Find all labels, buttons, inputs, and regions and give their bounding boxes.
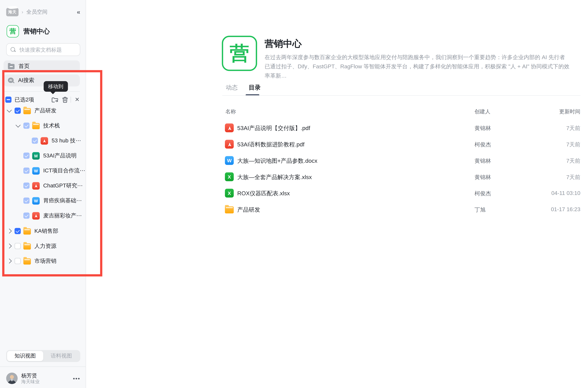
tree-item-folder[interactable]: KA销售部 xyxy=(0,223,86,239)
search-box[interactable] xyxy=(6,43,80,56)
sidebar-item-ai-search[interactable]: AI AI搜索 xyxy=(3,74,80,86)
column-header-creator[interactable]: 创建人 xyxy=(474,108,490,116)
creator: 丁旭 xyxy=(474,206,486,214)
table-row[interactable]: 产品研发 丁旭 01-17 16:23 xyxy=(222,201,580,218)
view-toggle: 知识视图 语料视图 xyxy=(6,350,80,362)
folder-icon xyxy=(24,228,31,234)
tree-item-folder[interactable]: 产品研发 xyxy=(0,103,86,118)
page-title: 营销中心 xyxy=(265,38,302,50)
ai-search-label: AI搜索 xyxy=(18,77,34,84)
tab-activity[interactable]: 动态 xyxy=(226,84,238,92)
checkbox-unchecked[interactable] xyxy=(15,243,21,249)
table-row[interactable]: 53AI语料数据进阶教程.pdf 柯俊杰 7天前 xyxy=(222,136,580,153)
pdf-file-icon xyxy=(32,212,40,219)
selection-count: 已选2项 xyxy=(15,96,34,104)
column-header-name[interactable]: 名称 xyxy=(225,108,236,116)
checkbox-checked-light[interactable] xyxy=(24,183,30,189)
file-name[interactable]: 53AI语料数据进阶教程.pdf xyxy=(237,141,305,149)
tree-item-folder[interactable]: 技术栈 xyxy=(0,118,86,133)
updated-time: 7天前 xyxy=(527,125,580,132)
search-input[interactable] xyxy=(19,46,76,53)
file-name[interactable]: ROX仪器匹配表.xlsx xyxy=(237,190,290,198)
delete-icon[interactable] xyxy=(61,96,69,104)
space-icon: 营 xyxy=(222,36,257,71)
chevron-right-icon[interactable] xyxy=(7,259,12,264)
folder-icon xyxy=(24,243,31,249)
collapse-sidebar-icon[interactable]: « xyxy=(77,8,80,15)
excel-file-icon: X xyxy=(225,172,234,181)
file-name[interactable]: 53AI产品说明【交付版】.pdf xyxy=(237,124,310,132)
more-icon[interactable]: ••• xyxy=(73,375,80,382)
avatar[interactable] xyxy=(6,373,18,384)
tree-item-file[interactable]: 53 hub 技⋯ xyxy=(0,133,86,148)
column-header-updated[interactable]: 更新时间 xyxy=(527,108,580,116)
divider xyxy=(0,366,86,367)
tree-item-file[interactable]: W ICT项目合作流⋯ xyxy=(0,163,86,178)
tree-label: 人力资源 xyxy=(34,242,57,250)
breadcrumb: 海天 › 全员空间 « xyxy=(6,7,80,17)
tree-item-file[interactable]: M 53AI产品说明 xyxy=(0,148,86,163)
haitian-logo[interactable]: 海天 xyxy=(6,8,19,16)
folder-icon xyxy=(32,123,40,129)
checkbox-checked-light[interactable] xyxy=(32,138,38,144)
checkbox-checked-light[interactable] xyxy=(24,197,30,204)
tree-label: 产品研发 xyxy=(34,107,57,114)
excel-file-icon: X xyxy=(225,189,234,197)
chevron-down-icon[interactable] xyxy=(16,122,21,127)
word-file-icon: W xyxy=(225,156,234,165)
tree-label: 麦吉丽彩妆产⋯ xyxy=(43,212,82,219)
tree-item-folder[interactable]: 人力资源 xyxy=(0,239,86,254)
tab-catalog[interactable]: 目录 xyxy=(249,84,261,92)
tree-label: 53AI产品说明 xyxy=(43,152,77,159)
folder-name[interactable]: 产品研发 xyxy=(237,206,260,214)
tree-label: 市场营销 xyxy=(34,257,57,265)
tree-item-file[interactable]: 麦吉丽彩妆产⋯ xyxy=(0,208,86,223)
search-icon xyxy=(11,47,16,52)
chevron-right-icon[interactable] xyxy=(7,243,12,248)
sidebar-item-home[interactable]: 首页 xyxy=(3,60,80,72)
table-row[interactable]: 53AI产品说明【交付版】.pdf 黄锦林 7天前 xyxy=(222,120,580,136)
updated-time: 04-11 03:10 xyxy=(527,190,580,196)
table-row[interactable]: X ROX仪器匹配表.xlsx 柯俊杰 04-11 03:10 xyxy=(222,185,580,201)
home-folder-icon xyxy=(8,64,15,69)
file-name[interactable]: 大族—全套产品解决方案.xlsx xyxy=(237,173,312,181)
checkbox-unchecked[interactable] xyxy=(15,258,21,264)
pdf-file-icon xyxy=(225,140,234,149)
workspace-header: 营 营销中心 xyxy=(7,25,50,38)
tooltip-label: 移动到 xyxy=(48,83,63,90)
updated-time: 01-17 16:23 xyxy=(527,206,580,213)
creator: 黄锦林 xyxy=(474,157,491,165)
chevron-down-icon[interactable] xyxy=(7,108,12,113)
file-name[interactable]: 大族—知识地图+产品参数.docx xyxy=(237,157,318,165)
tree-item-file[interactable]: W 胃癌疾病基础⋯ xyxy=(0,193,86,208)
checkbox-checked-light[interactable] xyxy=(24,168,30,174)
folder-icon xyxy=(24,258,31,265)
updated-time: 7天前 xyxy=(527,174,580,181)
tree-item-folder[interactable]: 市场营销 xyxy=(0,253,86,268)
chevron-right-icon[interactable] xyxy=(7,229,12,234)
markdown-file-icon: M xyxy=(32,152,40,159)
tree-label: ChatGPT研究⋯ xyxy=(43,182,83,189)
table-row[interactable]: X 大族—全套产品解决方案.xlsx 黄锦林 7天前 xyxy=(222,169,580,185)
workspace-title: 营销中心 xyxy=(24,27,50,35)
table-row[interactable]: W 大族—知识地图+产品参数.docx 黄锦林 7天前 xyxy=(222,153,580,169)
checkbox-checked-light[interactable] xyxy=(24,123,30,129)
sidebar: 海天 › 全员空间 « 营 营销中心 首页 AI AI搜索 已选2项 xyxy=(0,0,86,388)
tab-corpus-view[interactable]: 语料视图 xyxy=(43,351,79,361)
creator: 黄锦林 xyxy=(474,174,491,181)
tree-item-file[interactable]: ChatGPT研究⋯ xyxy=(0,178,86,193)
tab-knowledge-view[interactable]: 知识视图 xyxy=(7,351,43,361)
checkbox-checked-light[interactable] xyxy=(24,153,30,159)
breadcrumb-space[interactable]: 全员空间 xyxy=(26,8,77,16)
checkbox-checked-light[interactable] xyxy=(24,213,30,219)
creator: 柯俊杰 xyxy=(474,190,491,197)
tree-label: KA销售部 xyxy=(34,227,58,235)
checkbox-checked[interactable] xyxy=(15,228,21,234)
user-card[interactable]: 杨芳贤 海天味业 ••• xyxy=(6,371,80,386)
home-label: 首页 xyxy=(19,63,30,70)
checkbox-checked[interactable] xyxy=(15,108,21,114)
workspace-icon: 营 xyxy=(7,25,19,38)
close-selection-icon[interactable]: ✕ xyxy=(74,96,80,103)
move-to-icon[interactable] xyxy=(51,96,59,104)
select-all-checkbox[interactable] xyxy=(5,97,12,103)
